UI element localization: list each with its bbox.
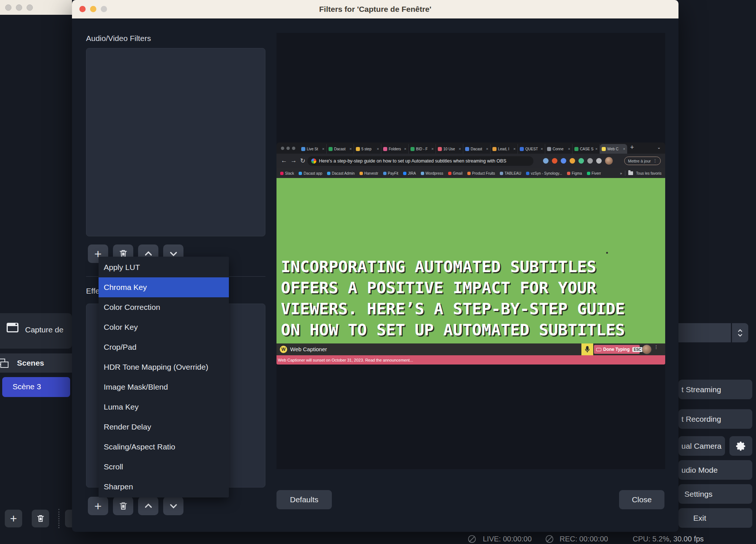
captioner-avatar[interactable] [642, 345, 652, 354]
add-effect-filter-button[interactable]: + [88, 497, 108, 515]
back-icon[interactable]: ← [281, 157, 287, 164]
audio-filters-list[interactable] [86, 48, 265, 236]
tab-close-icon[interactable]: × [322, 147, 324, 151]
filter-menu-item[interactable]: Color Correction [99, 297, 229, 317]
main-close-button[interactable] [5, 4, 11, 11]
defaults-button[interactable]: Defaults [276, 490, 332, 509]
filter-menu-item[interactable]: Crop/Pad [99, 337, 229, 357]
microphone-button[interactable] [581, 343, 593, 355]
tab-close-icon[interactable]: × [350, 147, 352, 151]
control-button[interactable]: udio Mode [678, 460, 752, 480]
extension-icon[interactable] [578, 158, 584, 164]
tab-close-icon[interactable]: × [404, 147, 406, 151]
control-button[interactable]: ual Camera [678, 436, 725, 456]
control-button[interactable]: t Recording [678, 409, 752, 429]
filter-menu-item[interactable]: Render Delay [99, 417, 229, 437]
virtual-camera-settings-button[interactable] [729, 436, 752, 456]
tab-close-icon[interactable]: × [541, 147, 543, 151]
bookmark-item[interactable]: PayFit [383, 171, 398, 175]
extension-icon[interactable] [570, 158, 575, 164]
forward-icon[interactable]: → [291, 157, 297, 164]
bookmarks-bar: Slack Dacast app Dacast Admin Harvestr [276, 168, 665, 178]
tab-close-icon[interactable]: × [623, 147, 625, 151]
remove-effect-filter-button[interactable] [113, 497, 133, 515]
bookmark-item[interactable]: Dacast Admin [327, 171, 355, 175]
move-effect-filter-up-button[interactable] [138, 497, 158, 515]
tab-close-icon[interactable]: × [568, 147, 570, 151]
scene-item-selected[interactable]: Scène 3 [2, 377, 70, 397]
filter-menu-item[interactable]: Chroma Key [99, 277, 229, 297]
extension-icon[interactable] [587, 158, 593, 164]
control-button[interactable]: t Streaming [678, 380, 752, 399]
main-minimize-button[interactable] [16, 4, 22, 11]
main-window-titlebar [0, 0, 72, 15]
caption-line: INCORPORATING AUTOMATED SUBTITLES [281, 256, 625, 277]
tab-close-icon[interactable]: × [459, 147, 461, 151]
all-bookmarks-label[interactable]: Tous les favoris [636, 171, 662, 175]
bookmark-item[interactable]: Gmail [448, 171, 463, 175]
control-button[interactable]: Exit [678, 508, 752, 528]
bookmark-item[interactable]: Product Fruits [467, 171, 495, 175]
bookmark-item[interactable]: Figma [567, 171, 582, 175]
tab-close-icon[interactable]: × [432, 147, 434, 151]
browser-tab[interactable]: 5 step × [354, 144, 381, 154]
browser-profile-avatar[interactable] [605, 157, 613, 165]
bookmark-item[interactable]: JIRA [403, 171, 416, 175]
main-zoom-button[interactable] [27, 4, 33, 11]
extension-icon[interactable] [596, 158, 602, 164]
reload-icon[interactable]: ↻ [300, 157, 305, 165]
extension-icon[interactable] [543, 158, 549, 164]
move-effect-filter-down-button[interactable] [163, 497, 183, 515]
browser-tab[interactable]: Lead, I × [491, 144, 518, 154]
browser-tab[interactable]: Dacast × [463, 144, 491, 154]
browser-tab[interactable]: CASE S × [573, 144, 600, 154]
filter-menu-item[interactable]: Sharpen [99, 477, 229, 497]
browser-tab[interactable]: Live St × [299, 144, 327, 154]
tab-close-icon[interactable]: × [595, 147, 598, 151]
browser-tab[interactable]: Conne × [545, 144, 573, 154]
filter-menu-item[interactable]: Scroll [99, 457, 229, 477]
extension-icon[interactable] [561, 158, 566, 164]
extension-icon[interactable] [552, 158, 557, 164]
filter-menu-item[interactable]: Color Key [99, 317, 229, 337]
filter-menu-item[interactable]: Scaling/Aspect Ratio [99, 437, 229, 457]
sources-panel: Capture de [0, 313, 72, 349]
tab-close-icon[interactable]: × [377, 147, 379, 151]
close-button[interactable]: Close [619, 490, 664, 509]
browser-tab[interactable]: BID - F × [409, 144, 436, 154]
bookmark-item[interactable]: Fiverr [587, 171, 601, 175]
bookmark-item[interactable]: vzSyn - Synology... [526, 171, 562, 175]
bookmark-item[interactable]: Harvestr [360, 171, 378, 175]
scene-filters-button-partial[interactable] [65, 510, 72, 527]
bookmarks-overflow-icon[interactable]: » [620, 171, 622, 175]
bookmark-item[interactable]: TABLEAU [500, 171, 521, 175]
source-item-capture[interactable]: Capture de [25, 325, 71, 334]
browser-tab[interactable]: QUEST × [518, 144, 545, 154]
microphone-icon [585, 346, 590, 353]
filter-menu-item[interactable]: Luma Key [99, 397, 229, 417]
tab-close-icon[interactable]: × [513, 147, 516, 151]
tab-search-chevron-icon[interactable]: ⌄ [657, 145, 661, 150]
done-typing-button[interactable]: Done Typing ESC [594, 345, 640, 354]
browser-tab[interactable]: 10 Use × [436, 144, 463, 154]
browser-tab[interactable]: Web C × [600, 144, 627, 154]
update-chrome-button[interactable]: Mettre à jour ⋮ [624, 157, 661, 165]
bookmark-favicon [327, 172, 330, 175]
bookmark-item[interactable]: Slack [280, 171, 294, 175]
add-scene-button[interactable]: + [5, 510, 22, 527]
bookmark-item[interactable]: Wordpress [421, 171, 443, 175]
new-tab-button[interactable]: + [630, 144, 634, 151]
sunset-banner[interactable]: Web Captioner will sunset on October 31,… [276, 355, 665, 365]
browser-menu-dots-icon[interactable]: ⋮ [653, 158, 657, 163]
control-button[interactable]: Settings [678, 484, 752, 504]
tab-close-icon[interactable]: × [486, 147, 488, 151]
remove-scene-button[interactable] [32, 510, 49, 527]
address-bar[interactable]: Here's a step-by-step guide on how to se… [307, 156, 533, 166]
filter-menu-item[interactable]: Image Mask/Blend [99, 377, 229, 397]
browser-tab[interactable]: Folders × [381, 144, 409, 154]
browser-tab[interactable]: Dacast × [327, 144, 354, 154]
bookmark-item[interactable]: Dacast app [299, 171, 322, 175]
filter-menu-item[interactable]: HDR Tone Mapping (Override) [99, 357, 229, 377]
captioner-menu-dots-icon[interactable]: ⋮ [654, 346, 659, 348]
filter-menu-item[interactable]: Apply LUT [99, 257, 229, 277]
